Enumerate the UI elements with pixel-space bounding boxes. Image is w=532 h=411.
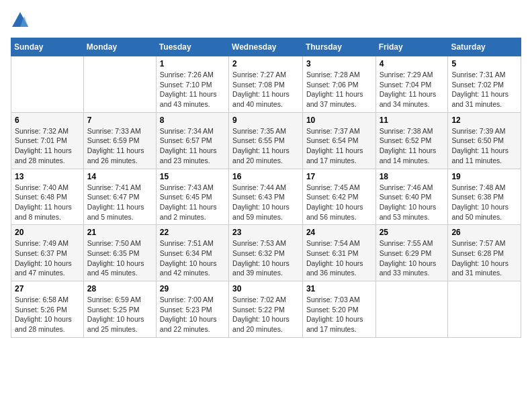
calendar-week-row: 20Sunrise: 7:49 AMSunset: 6:37 PMDayligh… xyxy=(11,225,521,281)
day-number: 16 xyxy=(232,172,299,181)
calendar-cell: 16Sunrise: 7:44 AMSunset: 6:43 PMDayligh… xyxy=(229,169,303,225)
day-number: 28 xyxy=(87,284,152,293)
cell-info: Sunset: 6:38 PM xyxy=(451,192,517,202)
cell-info: Daylight: 11 hours and 17 minutes. xyxy=(306,146,372,165)
cell-info: Daylight: 11 hours and 11 minutes. xyxy=(451,146,517,165)
cell-info: Sunrise: 7:41 AM xyxy=(87,183,152,193)
day-number: 23 xyxy=(232,228,299,237)
weekday-header: Thursday xyxy=(302,38,375,56)
calendar-cell: 19Sunrise: 7:48 AMSunset: 6:38 PMDayligh… xyxy=(448,169,521,225)
cell-info: Sunrise: 7:46 AM xyxy=(380,183,445,193)
calendar-week-row: 1Sunrise: 7:26 AMSunset: 7:10 PMDaylight… xyxy=(11,56,521,113)
calendar-cell: 18Sunrise: 7:46 AMSunset: 6:40 PMDayligh… xyxy=(375,169,448,225)
day-number: 22 xyxy=(160,228,225,237)
cell-info: Sunrise: 7:34 AM xyxy=(160,126,225,136)
calendar-cell: 25Sunrise: 7:55 AMSunset: 6:29 PMDayligh… xyxy=(375,225,448,281)
calendar-cell: 3Sunrise: 7:28 AMSunset: 7:06 PMDaylight… xyxy=(302,56,375,113)
cell-info: Sunset: 7:10 PM xyxy=(160,80,225,90)
cell-info: Sunset: 6:37 PM xyxy=(15,248,80,259)
cell-info: Daylight: 10 hours and 50 minutes. xyxy=(451,202,517,222)
weekday-header: Sunday xyxy=(11,38,84,56)
calendar-cell: 22Sunrise: 7:51 AMSunset: 6:34 PMDayligh… xyxy=(156,225,228,281)
day-number: 13 xyxy=(15,172,80,181)
cell-info: Daylight: 10 hours and 47 minutes. xyxy=(15,259,80,278)
calendar-cell: 1Sunrise: 7:26 AMSunset: 7:10 PMDaylight… xyxy=(156,56,228,113)
cell-info: Daylight: 11 hours and 26 minutes. xyxy=(87,146,152,165)
day-number: 20 xyxy=(15,228,80,237)
day-number: 31 xyxy=(306,284,372,293)
calendar-cell: 17Sunrise: 7:45 AMSunset: 6:42 PMDayligh… xyxy=(302,169,375,225)
cell-info: Sunrise: 7:44 AM xyxy=(232,183,299,193)
weekday-header: Wednesday xyxy=(229,38,303,56)
cell-info: Daylight: 11 hours and 14 minutes. xyxy=(380,146,445,165)
calendar-cell: 31Sunrise: 7:03 AMSunset: 5:20 PMDayligh… xyxy=(302,281,375,338)
cell-info: Sunset: 6:40 PM xyxy=(380,192,445,202)
cell-info: Sunset: 6:54 PM xyxy=(306,136,372,146)
calendar-cell: 8Sunrise: 7:34 AMSunset: 6:57 PMDaylight… xyxy=(156,112,228,169)
cell-info: Daylight: 11 hours and 40 minutes. xyxy=(232,89,299,109)
cell-info: Sunset: 6:57 PM xyxy=(160,136,225,146)
day-number: 7 xyxy=(87,116,152,125)
cell-info: Sunrise: 7:03 AM xyxy=(306,295,372,305)
cell-info: Sunrise: 6:59 AM xyxy=(87,295,152,305)
cell-info: Daylight: 10 hours and 59 minutes. xyxy=(232,202,299,222)
cell-info: Sunrise: 7:50 AM xyxy=(87,238,152,248)
calendar-cell: 23Sunrise: 7:53 AMSunset: 6:32 PMDayligh… xyxy=(229,225,303,281)
cell-info: Sunrise: 7:45 AM xyxy=(306,183,372,193)
calendar-cell: 29Sunrise: 7:00 AMSunset: 5:23 PMDayligh… xyxy=(156,281,228,338)
calendar-cell: 4Sunrise: 7:29 AMSunset: 7:04 PMDaylight… xyxy=(375,56,448,113)
cell-info: Sunrise: 7:38 AM xyxy=(380,126,445,136)
cell-info: Sunrise: 7:55 AM xyxy=(380,238,445,248)
cell-info: Sunset: 6:42 PM xyxy=(306,192,372,202)
day-number: 21 xyxy=(87,228,152,237)
cell-info: Sunrise: 7:43 AM xyxy=(160,183,225,193)
calendar-cell xyxy=(83,56,156,113)
day-number: 6 xyxy=(15,116,80,125)
calendar-cell xyxy=(448,281,521,338)
day-number: 26 xyxy=(451,228,517,237)
cell-info: Sunrise: 7:35 AM xyxy=(232,126,299,136)
day-number: 30 xyxy=(232,284,299,293)
cell-info: Sunrise: 7:33 AM xyxy=(87,126,152,136)
cell-info: Sunrise: 7:29 AM xyxy=(380,70,445,80)
cell-info: Sunrise: 7:31 AM xyxy=(451,70,517,80)
day-number: 14 xyxy=(87,172,152,181)
cell-info: Sunrise: 7:40 AM xyxy=(15,183,80,193)
calendar-cell: 11Sunrise: 7:38 AMSunset: 6:52 PMDayligh… xyxy=(375,112,448,169)
logo-icon xyxy=(11,11,30,30)
calendar-cell: 9Sunrise: 7:35 AMSunset: 6:55 PMDaylight… xyxy=(229,112,303,169)
calendar-cell: 26Sunrise: 7:57 AMSunset: 6:28 PMDayligh… xyxy=(448,225,521,281)
cell-info: Sunrise: 7:27 AM xyxy=(232,70,299,80)
day-number: 17 xyxy=(306,172,372,181)
cell-info: Sunset: 6:43 PM xyxy=(232,192,299,202)
calendar-cell: 6Sunrise: 7:32 AMSunset: 7:01 PMDaylight… xyxy=(11,112,84,169)
cell-info: Daylight: 10 hours and 39 minutes. xyxy=(232,259,299,278)
page-header xyxy=(11,11,521,30)
calendar-cell: 13Sunrise: 7:40 AMSunset: 6:48 PMDayligh… xyxy=(11,169,84,225)
day-number: 8 xyxy=(160,116,225,125)
calendar-cell: 5Sunrise: 7:31 AMSunset: 7:02 PMDaylight… xyxy=(448,56,521,113)
calendar-cell xyxy=(375,281,448,338)
cell-info: Daylight: 11 hours and 37 minutes. xyxy=(306,89,372,109)
cell-info: Daylight: 10 hours and 42 minutes. xyxy=(160,259,225,278)
cell-info: Daylight: 10 hours and 33 minutes. xyxy=(380,259,445,278)
calendar-cell: 2Sunrise: 7:27 AMSunset: 7:08 PMDaylight… xyxy=(229,56,303,113)
calendar-cell: 21Sunrise: 7:50 AMSunset: 6:35 PMDayligh… xyxy=(83,225,156,281)
cell-info: Daylight: 10 hours and 53 minutes. xyxy=(380,202,445,222)
cell-info: Sunset: 6:32 PM xyxy=(232,248,299,259)
day-number: 12 xyxy=(451,116,517,125)
day-number: 24 xyxy=(306,228,372,237)
logo xyxy=(11,11,32,30)
cell-info: Daylight: 11 hours and 5 minutes. xyxy=(87,202,152,222)
day-number: 18 xyxy=(380,172,445,181)
cell-info: Sunset: 5:20 PM xyxy=(306,305,372,315)
day-number: 11 xyxy=(380,116,445,125)
cell-info: Sunset: 6:29 PM xyxy=(380,248,445,259)
cell-info: Daylight: 11 hours and 8 minutes. xyxy=(15,202,80,222)
day-number: 1 xyxy=(160,59,225,68)
cell-info: Daylight: 11 hours and 20 minutes. xyxy=(232,146,299,165)
cell-info: Sunrise: 7:54 AM xyxy=(306,238,372,248)
cell-info: Sunset: 7:04 PM xyxy=(380,80,445,90)
cell-info: Sunset: 5:26 PM xyxy=(15,305,80,315)
cell-info: Sunrise: 7:49 AM xyxy=(15,238,80,248)
